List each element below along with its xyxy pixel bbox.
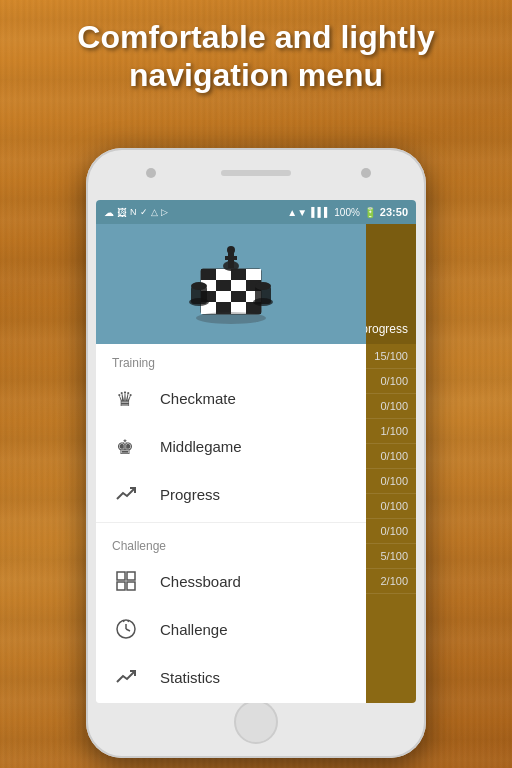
section-training: Training: [96, 344, 366, 374]
phone-camera-right: [361, 168, 371, 178]
status-icons-left: ☁ 🖼 N ✓ △ ▷: [104, 207, 168, 218]
phone-frame: ☁ 🖼 N ✓ △ ▷ ▲▼ ▌▌▌ 100% 🔋 23:50 🛒: [86, 148, 426, 758]
menu-item-middlegame[interactable]: ♚ Middlegame: [96, 422, 366, 470]
challenge-label: Challenge: [160, 621, 228, 638]
status-right: ▲▼ ▌▌▌ 100% 🔋 23:50: [287, 206, 408, 218]
svg-text:♛: ♛: [116, 388, 134, 410]
nav-drawer: Training ♛ Checkmate ♚ Middlegame: [96, 224, 366, 703]
svg-line-64: [126, 629, 130, 631]
menu-item-chessboard[interactable]: Chessboard: [96, 557, 366, 605]
svg-rect-38: [216, 291, 231, 302]
chessboard-label: Chessboard: [160, 573, 241, 590]
wifi-icon: ▲▼: [287, 207, 307, 218]
section-divider: [96, 522, 366, 523]
battery-icon: 🔋: [364, 207, 376, 218]
play-icon: ▷: [161, 207, 168, 217]
heading-line1: Comfortable and lightly: [77, 19, 434, 55]
clock-icon: [112, 615, 140, 643]
phone-home-button[interactable]: [234, 700, 278, 744]
svg-text:♚: ♚: [116, 436, 134, 458]
cloud-icon: ☁: [104, 207, 114, 218]
svg-rect-32: [246, 269, 261, 280]
svg-rect-39: [231, 291, 246, 302]
svg-line-66: [128, 620, 129, 622]
middlegame-label: Middlegame: [160, 438, 242, 455]
svg-line-65: [123, 620, 124, 622]
progress-title: progress: [361, 322, 408, 336]
network-icon: ▌▌▌: [311, 207, 330, 217]
image-icon: 🖼: [117, 207, 127, 218]
section-challenge: Challenge: [96, 527, 366, 557]
top-heading: Comfortable and lightly navigation menu: [0, 18, 512, 95]
queen-icon: ♛: [112, 384, 140, 412]
phone-camera-left: [146, 168, 156, 178]
svg-rect-47: [225, 256, 237, 260]
statistics-label: Statistics: [160, 669, 220, 686]
menu-item-progress[interactable]: Progress: [96, 470, 366, 518]
menu-item-challenge[interactable]: Challenge: [96, 605, 366, 653]
phone-speaker: [221, 170, 291, 176]
progress-label: Progress: [160, 486, 220, 503]
time-display: 23:50: [380, 206, 408, 218]
svg-rect-35: [231, 280, 246, 291]
drawer-chess-logo: [171, 234, 291, 334]
svg-point-54: [255, 282, 271, 290]
menu-item-statistics[interactable]: Statistics: [96, 653, 366, 701]
svg-rect-34: [216, 280, 231, 291]
phone-screen: ☁ 🖼 N ✓ △ ▷ ▲▼ ▌▌▌ 100% 🔋 23:50 🛒: [96, 200, 416, 703]
svg-rect-61: [127, 582, 135, 590]
svg-rect-59: [127, 572, 135, 580]
warning-icon: △: [151, 207, 158, 217]
svg-point-48: [227, 246, 235, 254]
drawer-header: [96, 224, 366, 344]
status-bar: ☁ 🖼 N ✓ △ ▷ ▲▼ ▌▌▌ 100% 🔋 23:50: [96, 200, 416, 224]
trend-up-icon: [112, 480, 140, 508]
crown-icon: ♚: [112, 432, 140, 460]
svg-point-51: [191, 282, 207, 290]
battery-percent: 100%: [334, 207, 360, 218]
svg-rect-60: [117, 582, 125, 590]
svg-rect-29: [201, 269, 216, 280]
signal-icon: N: [130, 207, 137, 217]
check-icon: ✓: [140, 207, 148, 217]
menu-item-checkmate[interactable]: ♛ Checkmate: [96, 374, 366, 422]
checkmate-label: Checkmate: [160, 390, 236, 407]
statistics-trend-icon: [112, 663, 140, 691]
heading-line2: navigation menu: [129, 57, 383, 93]
grid-icon: [112, 567, 140, 595]
svg-point-55: [196, 312, 266, 324]
svg-rect-58: [117, 572, 125, 580]
